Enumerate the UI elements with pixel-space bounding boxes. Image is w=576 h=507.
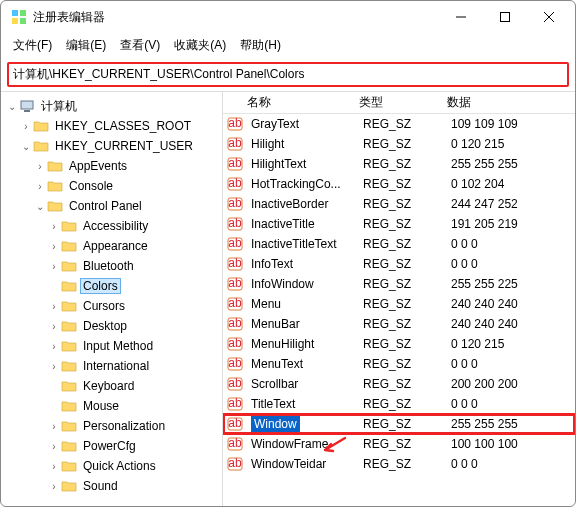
column-data[interactable]: 数据 [441,92,575,113]
list-pane[interactable]: 名称 类型 数据 ab GrayText REG_SZ 109 109 109 … [223,92,575,506]
value-data: 0 0 0 [445,456,575,472]
tree-item-colors[interactable]: Colors [3,276,220,296]
chevron-down-icon[interactable]: ⌄ [19,141,33,152]
list-row[interactable]: ab WindowTeidar REG_SZ 0 0 0 [223,454,575,474]
tree-item-hkcu[interactable]: ⌄ HKEY_CURRENT_USER [3,136,220,156]
chevron-right-icon[interactable]: › [47,241,61,252]
list-row[interactable]: ab HilightText REG_SZ 255 255 255 [223,154,575,174]
tree-root[interactable]: ⌄ 计算机 [3,96,220,116]
menu-help[interactable]: 帮助(H) [234,35,287,56]
value-data: 240 240 240 [445,316,575,332]
list-row[interactable]: ab WindowFrame REG_SZ 100 100 100 [223,434,575,454]
menu-file[interactable]: 文件(F) [7,35,58,56]
tree-item-accessibility[interactable]: › Accessibility [3,216,220,236]
tree-pane[interactable]: ⌄ 计算机 › HKEY_CLASSES_ROOT ⌄ HKEY_CURRENT… [1,92,223,506]
tree-item-cursors[interactable]: › Cursors [3,296,220,316]
tree-item-desktop[interactable]: › Desktop [3,316,220,336]
chevron-right-icon[interactable]: › [47,361,61,372]
string-value-icon: ab [227,117,243,131]
tree-label: Quick Actions [80,458,159,474]
chevron-right-icon[interactable]: › [47,341,61,352]
value-name: InfoWindow [245,276,357,292]
list-row[interactable]: ab MenuHilight REG_SZ 0 120 215 [223,334,575,354]
list-row[interactable]: ab InactiveBorder REG_SZ 244 247 252 [223,194,575,214]
tree-item-powercfg[interactable]: › PowerCfg [3,436,220,456]
tree-label: Sound [80,478,121,494]
tree-item-appevents[interactable]: › AppEvents [3,156,220,176]
tree-item-console[interactable]: › Console [3,176,220,196]
value-type: REG_SZ [357,316,445,332]
svg-text:ab: ab [228,397,242,410]
column-name[interactable]: 名称 [223,92,353,113]
string-value-icon: ab [227,197,243,211]
tree-item-controlpanel[interactable]: ⌄ Control Panel [3,196,220,216]
list-row[interactable]: ab InactiveTitleText REG_SZ 0 0 0 [223,234,575,254]
maximize-button[interactable] [483,2,527,32]
string-value-icon: ab [227,137,243,151]
chevron-right-icon[interactable]: › [47,421,61,432]
list-row[interactable]: ab Window REG_SZ 255 255 255 [223,414,575,434]
tree-item-keyboard[interactable]: Keyboard [3,376,220,396]
tree-item-quickactions[interactable]: › Quick Actions [3,456,220,476]
chevron-right-icon[interactable]: › [47,441,61,452]
tree-item-personalization[interactable]: › Personalization [3,416,220,436]
list-row[interactable]: ab InfoText REG_SZ 0 0 0 [223,254,575,274]
list-row[interactable]: ab GrayText REG_SZ 109 109 109 [223,114,575,134]
chevron-right-icon[interactable]: › [33,181,47,192]
tree-item-hkcr[interactable]: › HKEY_CLASSES_ROOT [3,116,220,136]
list-row[interactable]: ab MenuText REG_SZ 0 0 0 [223,354,575,374]
list-row[interactable]: ab HotTrackingCo... REG_SZ 0 102 204 [223,174,575,194]
string-value-icon: ab [227,297,243,311]
value-type: REG_SZ [357,116,445,132]
menu-favorites[interactable]: 收藏夹(A) [168,35,232,56]
chevron-right-icon[interactable]: › [47,221,61,232]
value-type: REG_SZ [357,456,445,472]
value-type: REG_SZ [357,236,445,252]
value-data: 255 255 225 [445,276,575,292]
folder-icon [33,139,49,153]
list-row[interactable]: ab Scrollbar REG_SZ 200 200 200 [223,374,575,394]
chevron-right-icon[interactable]: › [47,481,61,492]
chevron-right-icon[interactable]: › [47,301,61,312]
chevron-right-icon[interactable]: › [33,161,47,172]
svg-text:ab: ab [228,437,242,450]
tree-item-inputmethod[interactable]: › Input Method [3,336,220,356]
list-row[interactable]: ab InactiveTitle REG_SZ 191 205 219 [223,214,575,234]
tree-item-bluetooth[interactable]: › Bluetooth [3,256,220,276]
address-input[interactable]: 计算机\HKEY_CURRENT_USER\Control Panel\Colo… [7,62,569,87]
value-data: 0 120 215 [445,336,575,352]
tree-label: Desktop [80,318,130,334]
tree-item-mouse[interactable]: Mouse [3,396,220,416]
tree-label: Personalization [80,418,168,434]
tree-item-international[interactable]: › International [3,356,220,376]
tree-item-sound[interactable]: › Sound [3,476,220,496]
list-row[interactable]: ab MenuBar REG_SZ 240 240 240 [223,314,575,334]
menu-edit[interactable]: 编辑(E) [60,35,112,56]
folder-icon [61,359,77,373]
minimize-button[interactable] [439,2,483,32]
chevron-right-icon[interactable]: › [19,121,33,132]
string-value-icon: ab [227,257,243,271]
column-type[interactable]: 类型 [353,92,441,113]
list-row[interactable]: ab Menu REG_SZ 240 240 240 [223,294,575,314]
chevron-down-icon[interactable]: ⌄ [33,201,47,212]
folder-icon [61,439,77,453]
chevron-right-icon[interactable]: › [47,261,61,272]
list-row[interactable]: ab InfoWindow REG_SZ 255 255 225 [223,274,575,294]
string-value-icon: ab [227,157,243,171]
list-row[interactable]: ab TitleText REG_SZ 0 0 0 [223,394,575,414]
value-data: 244 247 252 [445,196,575,212]
chevron-right-icon[interactable]: › [47,321,61,332]
chevron-right-icon[interactable]: › [47,461,61,472]
value-data: 0 0 0 [445,236,575,252]
tree-label: Colors [80,278,121,294]
chevron-down-icon[interactable]: ⌄ [5,101,19,112]
svg-text:ab: ab [228,237,242,250]
list-row[interactable]: ab Hilight REG_SZ 0 120 215 [223,134,575,154]
value-name: InfoText [245,256,357,272]
folder-icon [47,179,63,193]
value-data: 255 255 255 [445,416,575,432]
close-button[interactable] [527,2,571,32]
tree-item-appearance[interactable]: › Appearance [3,236,220,256]
menu-view[interactable]: 查看(V) [114,35,166,56]
